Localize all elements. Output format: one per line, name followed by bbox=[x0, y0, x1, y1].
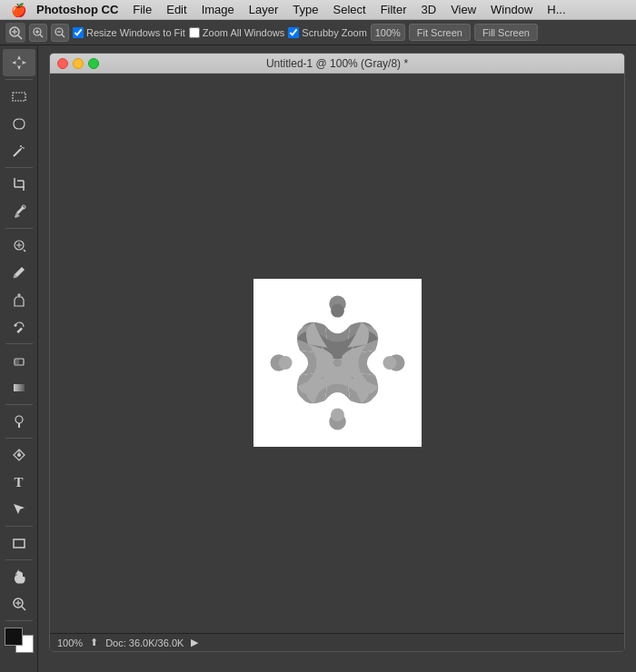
tool-separator-3 bbox=[5, 228, 33, 229]
menu-bar: 🍎 Photoshop CC File Edit Image Layer Typ… bbox=[0, 0, 636, 20]
menu-window[interactable]: Window bbox=[483, 0, 540, 20]
tool-brush[interactable] bbox=[3, 259, 35, 286]
canvas-area: Untitled-1 @ 100% (Gray/8) * bbox=[38, 45, 636, 672]
minimize-button[interactable] bbox=[73, 58, 84, 69]
status-share-icon[interactable]: ⬆ bbox=[90, 637, 98, 648]
svg-point-49 bbox=[278, 356, 292, 370]
zoom-all-windows-checkbox[interactable]: Zoom All Windows bbox=[189, 27, 284, 38]
svg-point-48 bbox=[331, 408, 344, 421]
tool-eyedropper[interactable] bbox=[3, 198, 35, 225]
menu-filter[interactable]: Filter bbox=[373, 0, 414, 20]
tool-path-selection[interactable] bbox=[3, 496, 35, 523]
tool-spot-healing[interactable] bbox=[3, 232, 35, 259]
svg-line-14 bbox=[14, 149, 21, 156]
svg-line-5 bbox=[40, 35, 43, 37]
status-bar: 100% ⬆ Doc: 36.0K/36.0K ▶ bbox=[50, 633, 624, 651]
document-content bbox=[50, 74, 624, 651]
tool-separator-9 bbox=[5, 620, 33, 621]
svg-point-32 bbox=[15, 416, 23, 423]
menu-edit[interactable]: Edit bbox=[159, 0, 194, 20]
status-doc-info: Doc: 36.0K/36.0K bbox=[105, 637, 184, 648]
apple-menu[interactable]: 🍎 bbox=[7, 0, 29, 20]
tool-gradient[interactable] bbox=[3, 374, 35, 401]
status-arrow-icon[interactable]: ▶ bbox=[191, 637, 198, 648]
menu-type[interactable]: Type bbox=[285, 0, 325, 20]
close-button[interactable] bbox=[57, 58, 68, 69]
document-window: Untitled-1 @ 100% (Gray/8) * bbox=[49, 53, 625, 652]
traffic-lights bbox=[57, 58, 99, 69]
zoom-out-button[interactable] bbox=[51, 24, 69, 42]
tool-crop[interactable] bbox=[3, 171, 35, 198]
svg-line-9 bbox=[62, 35, 65, 37]
menu-file[interactable]: File bbox=[125, 0, 159, 20]
tool-separator-8 bbox=[5, 559, 33, 560]
tool-separator-2 bbox=[5, 167, 33, 168]
canvas-image bbox=[253, 279, 422, 447]
svg-rect-36 bbox=[14, 539, 25, 548]
options-bar: Resize Windows to Fit Zoom All Windows S… bbox=[0, 20, 636, 45]
svg-line-16 bbox=[21, 147, 23, 149]
svg-line-38 bbox=[22, 607, 25, 610]
menu-view[interactable]: View bbox=[443, 0, 483, 20]
menu-image[interactable]: Image bbox=[194, 0, 242, 20]
tool-history-brush[interactable] bbox=[3, 313, 35, 341]
svg-line-27 bbox=[24, 250, 25, 252]
zoom-percent-input[interactable] bbox=[371, 24, 405, 41]
menu-photoshop[interactable]: Photoshop CC bbox=[29, 0, 125, 20]
tool-separator-5 bbox=[5, 404, 33, 405]
menu-3d[interactable]: 3D bbox=[414, 0, 444, 20]
menu-help[interactable]: H... bbox=[540, 0, 572, 20]
document-title-bar: Untitled-1 @ 100% (Gray/8) * bbox=[50, 54, 624, 74]
svg-point-50 bbox=[383, 356, 396, 370]
svg-point-51 bbox=[333, 358, 341, 366]
tool-rectangle[interactable] bbox=[3, 529, 35, 557]
tool-hand[interactable] bbox=[3, 563, 35, 590]
foreground-color-swatch[interactable] bbox=[5, 628, 23, 646]
main-area: T bbox=[0, 45, 636, 672]
tool-dodge[interactable] bbox=[3, 408, 35, 435]
svg-rect-31 bbox=[14, 384, 25, 391]
fill-screen-button[interactable]: Fill Screen bbox=[474, 24, 538, 41]
fit-screen-button[interactable]: Fit Screen bbox=[409, 24, 471, 41]
tool-marquee[interactable] bbox=[3, 83, 35, 110]
tool-text[interactable]: T bbox=[3, 469, 35, 496]
tool-lasso[interactable] bbox=[3, 110, 35, 137]
tool-separator-6 bbox=[5, 438, 33, 439]
tool-separator-7 bbox=[5, 526, 33, 527]
zoom-in-button[interactable] bbox=[29, 24, 47, 42]
tool-magic-wand[interactable] bbox=[3, 137, 35, 164]
document-title: Untitled-1 @ 100% (Gray/8) * bbox=[266, 57, 408, 70]
status-zoom: 100% bbox=[57, 637, 83, 648]
scrubby-zoom-checkbox[interactable]: Scrubby Zoom bbox=[288, 27, 367, 38]
svg-point-47 bbox=[331, 303, 344, 317]
resize-windows-checkbox[interactable]: Resize Windows to Fit bbox=[73, 27, 185, 38]
svg-marker-11 bbox=[17, 55, 21, 70]
menu-select[interactable]: Select bbox=[325, 0, 373, 20]
toolbar: T bbox=[0, 45, 38, 672]
svg-marker-12 bbox=[12, 61, 26, 64]
svg-rect-13 bbox=[13, 93, 25, 101]
svg-point-34 bbox=[17, 453, 21, 457]
tool-move[interactable] bbox=[3, 49, 35, 76]
color-swatches[interactable] bbox=[5, 628, 34, 653]
tool-separator bbox=[5, 79, 33, 80]
tool-zoom[interactable] bbox=[3, 590, 35, 618]
tool-separator-4 bbox=[5, 343, 33, 344]
svg-line-1 bbox=[18, 35, 22, 39]
maximize-button[interactable] bbox=[88, 58, 99, 69]
zoom-tool-icon[interactable] bbox=[5, 23, 25, 43]
tool-pen[interactable] bbox=[3, 441, 35, 469]
menu-layer[interactable]: Layer bbox=[242, 0, 286, 20]
svg-rect-30 bbox=[15, 359, 19, 365]
svg-marker-18 bbox=[20, 145, 22, 147]
tool-clone-stamp[interactable] bbox=[3, 286, 35, 313]
tool-eraser[interactable] bbox=[3, 347, 35, 374]
